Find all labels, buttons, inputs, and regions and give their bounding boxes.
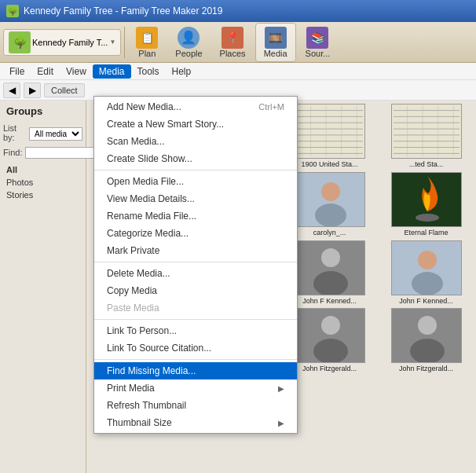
- menu-help[interactable]: Help: [166, 64, 198, 79]
- dropdown-menu-item[interactable]: Categorize Media...: [94, 225, 297, 242]
- dropdown-menu-item[interactable]: Link To Source Citation...: [94, 339, 297, 357]
- media-thumbnail: [391, 172, 462, 227]
- media-thumbnail: [295, 104, 365, 159]
- places-label: Places: [220, 49, 246, 58]
- list-by-dropdown[interactable]: All media: [29, 127, 82, 141]
- menu-item-label: Print Media: [107, 383, 155, 394]
- menu-separator: [94, 319, 297, 320]
- menu-tools[interactable]: Tools: [131, 64, 166, 79]
- menu-item-label: View Media Details...: [107, 193, 195, 204]
- media-label: Eternal Flame: [404, 229, 448, 237]
- media-label: John Fitzgerald...: [302, 365, 357, 373]
- media-thumbnail: [391, 104, 462, 159]
- tree-icon: 🌳: [9, 31, 31, 53]
- nav-sources-btn[interactable]: 📚 Sour...: [298, 24, 339, 61]
- dropdown-menu-item[interactable]: Delete Media...: [94, 265, 297, 282]
- media-thumbnail: [295, 308, 365, 363]
- svg-point-103: [313, 339, 348, 363]
- dropdown-menu-item[interactable]: Link To Person...: [94, 322, 297, 339]
- dropdown-menu-item[interactable]: Open Media File...: [94, 173, 297, 190]
- menu-item-label: Link To Source Citation...: [107, 343, 211, 354]
- nav-places-btn[interactable]: 📍 Places: [212, 24, 254, 61]
- tree-dropdown[interactable]: 🌳 Kennedy Family T... ▼: [3, 29, 121, 56]
- menu-item-label: Add New Media...: [107, 101, 181, 112]
- sidebar-link-photos[interactable]: Photos: [3, 176, 82, 189]
- back-button[interactable]: ◀: [3, 82, 20, 98]
- menu-media[interactable]: Media: [93, 64, 131, 79]
- title-bar: 🌳 Kennedy Family Tree - Family Tree Make…: [0, 0, 476, 22]
- media-label: John F Kenned...: [302, 297, 357, 306]
- submenu-arrow-icon: ▶: [278, 384, 284, 393]
- groups-title: Groups: [3, 104, 82, 119]
- menu-item-label: Create a New Smart Story...: [107, 119, 224, 130]
- dropdown-menu-item[interactable]: Print Media▶: [94, 380, 297, 397]
- dropdown-menu-item[interactable]: Create a New Smart Story...: [94, 116, 297, 133]
- media-label: 1900 United Sta...: [301, 160, 357, 169]
- media-item[interactable]: ...ted Sta...: [379, 104, 473, 169]
- media-label: ...ted Sta...: [409, 160, 444, 169]
- dropdown-menu-item[interactable]: Create Slide Show...: [94, 150, 297, 167]
- dropdown-menu-item[interactable]: Mark Private: [94, 242, 297, 259]
- tree-dropdown-arrow: ▼: [109, 38, 115, 46]
- svg-point-91: [313, 271, 348, 295]
- svg-point-105: [418, 316, 437, 335]
- svg-rect-26: [295, 104, 364, 158]
- find-row: Find:: [3, 147, 82, 159]
- dropdown-menu-item[interactable]: Refresh Thumbnail: [94, 397, 297, 414]
- dropdown-menu-item[interactable]: Find Missing Media...: [94, 362, 297, 380]
- media-item[interactable]: Eternal Flame: [379, 172, 473, 237]
- menu-item-label: Paste Media: [107, 302, 159, 314]
- svg-point-80: [315, 204, 346, 227]
- plan-label: Plan: [138, 49, 156, 58]
- dropdown-menu-item[interactable]: View Media Details...: [94, 190, 297, 207]
- dropdown-menu-item[interactable]: Copy Media: [94, 282, 297, 299]
- media-label: carolyn_...: [313, 229, 346, 237]
- media-label: John F Kenned...: [399, 297, 453, 306]
- menu-bar: File Edit View Media Tools Help: [0, 63, 476, 80]
- menu-file[interactable]: File: [3, 64, 31, 79]
- menu-item-label: Thumbnail Size: [107, 417, 172, 428]
- menu-separator: [94, 262, 297, 262]
- media-thumbnail: [391, 308, 462, 363]
- app-title: Kennedy Family Tree - Family Tree Maker …: [24, 6, 222, 16]
- menu-view[interactable]: View: [60, 64, 93, 79]
- menu-edit[interactable]: Edit: [31, 64, 60, 79]
- dropdown-menu-item: Paste Media: [94, 299, 297, 317]
- menu-item-label: Link To Person...: [107, 325, 177, 336]
- menu-item-label: Find Missing Media...: [107, 365, 196, 376]
- sidebar-link-stories[interactable]: Stories: [3, 189, 82, 201]
- svg-point-82: [416, 214, 439, 222]
- nav-media-btn[interactable]: 🎞️ Media: [255, 23, 296, 62]
- dropdown-menu-item[interactable]: Add New Media...Ctrl+M: [94, 98, 297, 116]
- dropdown-menu-item[interactable]: Thumbnail Size▶: [94, 414, 297, 431]
- people-label: People: [175, 49, 202, 58]
- dropdown-menu-item[interactable]: Scan Media...: [94, 133, 297, 150]
- menu-item-label: Categorize Media...: [107, 228, 189, 239]
- list-by-label: List by:: [3, 123, 26, 142]
- collect-button[interactable]: Collect: [44, 83, 85, 97]
- sidebar: Groups List by: All media Find: All Phot…: [0, 101, 86, 473]
- media-label: John Fitzgerald...: [399, 365, 453, 373]
- dropdown-menu-item[interactable]: Rename Media File...: [94, 207, 297, 225]
- sidebar-link-all[interactable]: All: [3, 163, 82, 176]
- tree-label: Kennedy Family T...: [32, 38, 108, 47]
- app-icon: 🌳: [6, 5, 19, 17]
- menu-item-shortcut: Ctrl+M: [258, 102, 284, 112]
- svg-point-94: [412, 272, 443, 295]
- forward-button[interactable]: ▶: [24, 82, 41, 98]
- menu-separator: [94, 359, 297, 360]
- find-label: Find:: [3, 148, 22, 157]
- media-item[interactable]: John Fitzgerald...: [379, 308, 473, 373]
- svg-point-102: [321, 316, 340, 335]
- media-thumbnail: [391, 240, 462, 295]
- media-item[interactable]: John F Kenned...: [379, 240, 473, 306]
- nav-people-btn[interactable]: 👤 People: [167, 24, 210, 61]
- menu-item-label: Refresh Thumbnail: [107, 400, 186, 411]
- nav-plan-btn[interactable]: 📋 Plan: [128, 24, 166, 61]
- people-icon: 👤: [178, 27, 200, 49]
- places-icon: 📍: [222, 27, 243, 49]
- svg-rect-39: [392, 104, 461, 158]
- plan-icon: 📋: [136, 27, 158, 49]
- svg-point-79: [321, 182, 340, 201]
- submenu-arrow-icon: ▶: [278, 419, 284, 427]
